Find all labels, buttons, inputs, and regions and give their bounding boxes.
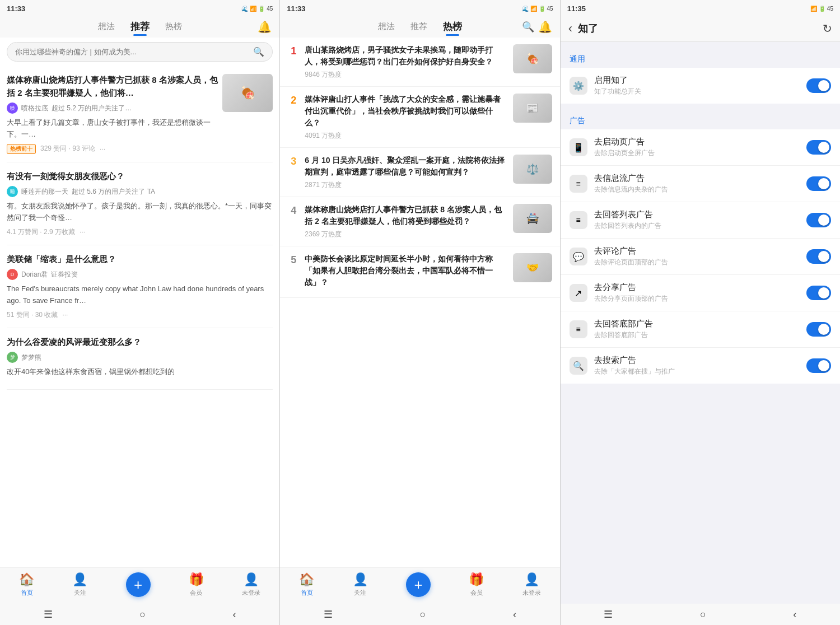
hot-rank-1: 2 xyxy=(288,95,299,106)
status-icons-1: 🌊 📶 🔋 45 xyxy=(241,6,273,12)
tab-hot-1[interactable]: 热榜 xyxy=(163,20,184,33)
hot-title-0: 唐山某路烧烤店，男子骚扰女子未果挨骂，随即动手打人，将受到哪些惩罚？出门在外如何… xyxy=(305,44,507,68)
bell-icon-1[interactable]: 🔔 xyxy=(258,20,272,34)
feed-author-row-2: D Dorian君 证券投资 xyxy=(7,269,273,280)
refresh-icon[interactable]: ↻ xyxy=(823,22,832,35)
search-input-1[interactable] xyxy=(15,48,249,56)
follow-icon-1: 👤 xyxy=(72,572,87,587)
tab-recommend-2[interactable]: 推荐 xyxy=(408,20,430,33)
nav-follow-label-2: 关注 xyxy=(354,589,366,597)
tab-recommend-1[interactable]: 推荐 xyxy=(128,19,152,34)
nav-plus-2[interactable]: + xyxy=(406,572,431,597)
settings-label-share: 去分享广告 xyxy=(594,282,800,293)
hot-content-4: 中美防长会谈比原定时间延长半小时，如何看待中方称「如果有人胆敢把台湾分裂出去，中… xyxy=(305,253,507,291)
toggle-share[interactable] xyxy=(806,286,831,300)
feed-content-2: The Fed's bureaucrats merely copy what J… xyxy=(7,283,273,307)
search-icon-1[interactable]: 🔍 xyxy=(253,46,264,57)
nav-follow-1[interactable]: 👤 关注 xyxy=(72,572,87,597)
sys-menu-1[interactable]: ☰ xyxy=(44,608,53,621)
status-icons-3: 📶 🔋 45 xyxy=(810,6,833,12)
back-button[interactable]: ‹ xyxy=(568,21,572,36)
hot-thumb-2: ⚖️ xyxy=(513,155,552,184)
toggle-enable[interactable] xyxy=(806,78,831,93)
tab-thoughts-1[interactable]: 想法 xyxy=(96,20,117,33)
nav-member-2[interactable]: 🎁 会员 xyxy=(469,572,484,597)
settings-desc-feed: 去除信息流内夹杂的广告 xyxy=(594,185,800,194)
sys-menu-3[interactable]: ☰ xyxy=(604,608,613,621)
sys-back-3[interactable]: ‹ xyxy=(793,609,796,621)
sys-home-1[interactable]: ○ xyxy=(139,609,146,621)
sys-home-2[interactable]: ○ xyxy=(420,609,426,621)
toggle-startup[interactable] xyxy=(806,140,831,155)
search-bar-1: 🔍 xyxy=(7,42,273,62)
hot-title-1: 媒体评唐山打人事件「挑战了大众的安全感，需让施暴者付出沉重代价」，当社会秩序被挑… xyxy=(305,94,507,129)
bottom-nav-2: 🏠 首页 👤 关注 + 🎁 会员 👤 未登录 xyxy=(280,567,559,604)
status-icons-2: 🌊 📶 🔋 45 xyxy=(522,6,553,12)
nav-tabs-2: 想法 推荐 热榜 🔍 🔔 xyxy=(280,16,559,38)
settings-row-startup-ad[interactable]: 📱 去启动页广告 去除启动页全屏广告 xyxy=(561,129,840,166)
home-icon-1: 🏠 xyxy=(19,572,34,587)
nav-member-1[interactable]: 🎁 会员 xyxy=(189,572,204,597)
nav-member-label-1: 会员 xyxy=(190,589,202,597)
settings-row-comment-ad[interactable]: 💬 去评论广告 去除评论页面顶部的广告 xyxy=(561,239,840,275)
feed-meta-1: 4.1 万赞同 · 2.9 万收藏 ··· xyxy=(7,227,273,237)
member-icon-2: 🎁 xyxy=(469,572,484,587)
feed-content-3: 改开40年来像他这样东食西宿，锅里锅外都想吃到的 xyxy=(7,366,273,378)
author-name-0: 喷格拉底 xyxy=(21,104,48,113)
settings-row-bottom-ad[interactable]: ≡ 去回答底部广告 去除回答底部广告 xyxy=(561,311,840,348)
feed-item-0[interactable]: 媒体称唐山烧烤店打人事件警方已抓获 8 名涉案人员，包括 2 名主要犯罪嫌疑人，… xyxy=(7,66,273,162)
tab-hot-2[interactable]: 热榜 xyxy=(441,19,464,34)
feed-item-2[interactable]: 美联储「缩表」是什么意思？ D Dorian君 证券投资 The Fed's b… xyxy=(7,245,273,328)
toggle-comment[interactable] xyxy=(806,249,831,264)
feed-author-row-3: 梦 梦梦熊 xyxy=(7,352,273,363)
author-name-2: Dorian君 xyxy=(21,270,48,279)
sys-back-2[interactable]: ‹ xyxy=(513,609,516,621)
feed-content-0: 大早上看了好几篇文章，唐山女子被打事件，我还是想稍微谈一下。一… xyxy=(7,117,218,141)
settings-row-enable[interactable]: ⚙️ 启用知了 知了功能总开关 xyxy=(561,68,840,104)
nav-follow-2[interactable]: 👤 关注 xyxy=(353,572,368,597)
hot-item-1[interactable]: 2 媒体评唐山打人事件「挑战了大众的安全感，需让施暴者付出沉重代价」，当社会秩序… xyxy=(280,87,559,148)
hot-item-2[interactable]: 3 6 月 10 日吴亦凡强奸、聚众淫乱一案开庭，法院将依法择期宣判，庭审透露了… xyxy=(280,148,559,197)
hot-heat-3: 2369 万热度 xyxy=(305,230,507,239)
avatar-3: 梦 xyxy=(7,352,18,363)
settings-label-answer-list: 去回答列表广告 xyxy=(594,209,800,220)
author-name-1: 睡莲开的那一天 xyxy=(21,187,68,197)
toggle-bottom[interactable] xyxy=(806,322,831,337)
toggle-feed[interactable] xyxy=(806,176,831,191)
settings-row-search-ad[interactable]: 🔍 去搜索广告 去除「大家都在搜」与推广 xyxy=(561,348,840,384)
settings-text-bottom: 去回答底部广告 去除回答底部广告 xyxy=(594,319,800,340)
toggle-answer-list[interactable] xyxy=(806,213,831,227)
toggle-search[interactable] xyxy=(806,358,831,373)
hot-badge-0: 热榜前十 xyxy=(7,144,36,154)
settings-text-enable: 启用知了 知了功能总开关 xyxy=(594,75,800,96)
sys-home-3[interactable]: ○ xyxy=(700,609,706,621)
hot-item-4[interactable]: 5 中美防长会谈比原定时间延长半小时，如何看待中方称「如果有人胆敢把台湾分裂出去… xyxy=(280,246,559,298)
settings-icon-feed: ≡ xyxy=(570,175,587,193)
nav-profile-2[interactable]: 👤 未登录 xyxy=(522,572,541,597)
hot-item-0[interactable]: 1 唐山某路烧烤店，男子骚扰女子未果挨骂，随即动手打人，将受到哪些惩罚？出门在外… xyxy=(280,38,559,87)
settings-icon-bottom: ≡ xyxy=(570,320,587,338)
system-nav-3: ☰ ○ ‹ xyxy=(561,604,840,625)
nav-plus-1[interactable]: + xyxy=(126,572,151,597)
settings-row-feed-ad[interactable]: ≡ 去信息流广告 去除信息流内夹杂的广告 xyxy=(561,166,840,202)
settings-row-answer-list-ad[interactable]: ≡ 去回答列表广告 去除回答列表内的广告 xyxy=(561,202,840,239)
sys-back-1[interactable]: ‹ xyxy=(233,609,236,621)
settings-label-comment: 去评论广告 xyxy=(594,246,800,256)
settings-text-search: 去搜索广告 去除「大家都在搜」与推广 xyxy=(594,355,800,376)
nav-home-1[interactable]: 🏠 首页 xyxy=(19,572,34,597)
hot-item-3[interactable]: 4 媒体称唐山烧烤店打人事件警方已抓获 8 名涉案人员，包括 2 名主要犯罪嫌疑… xyxy=(280,197,559,246)
feed-item-3[interactable]: 为什么谷爱凌的风评最近变那么多？ 梦 梦梦熊 改开40年来像他这样东食西宿，锅里… xyxy=(7,328,273,390)
settings-group-ads: 📱 去启动页广告 去除启动页全屏广告 ≡ 去信息流广告 去除信息流内夹杂的广告 … xyxy=(561,129,840,384)
nav-profile-1[interactable]: 👤 未登录 xyxy=(242,572,260,597)
author-sub-0: 超过 5.2 万的用户关注了… xyxy=(52,104,132,113)
nav-home-2[interactable]: 🏠 首页 xyxy=(299,572,314,597)
feed-item-1[interactable]: 有没有一刻觉得女朋友很恶心？ 睡 睡莲开的那一天 超过 5.6 万的用户关注了 … xyxy=(7,162,273,245)
author-name-3: 梦梦熊 xyxy=(21,353,41,362)
follow-icon-2: 👤 xyxy=(353,572,368,587)
search-icon-nav-2[interactable]: 🔍 xyxy=(522,21,534,33)
sys-menu-2[interactable]: ☰ xyxy=(324,608,333,621)
settings-row-share-ad[interactable]: ↗ 去分享广告 去除分享页面顶部的广告 xyxy=(561,275,840,311)
tab-thoughts-2[interactable]: 想法 xyxy=(376,20,397,33)
bell-icon-2[interactable]: 🔔 xyxy=(538,20,552,34)
settings-text-comment: 去评论广告 去除评论页面顶部的广告 xyxy=(594,246,800,267)
